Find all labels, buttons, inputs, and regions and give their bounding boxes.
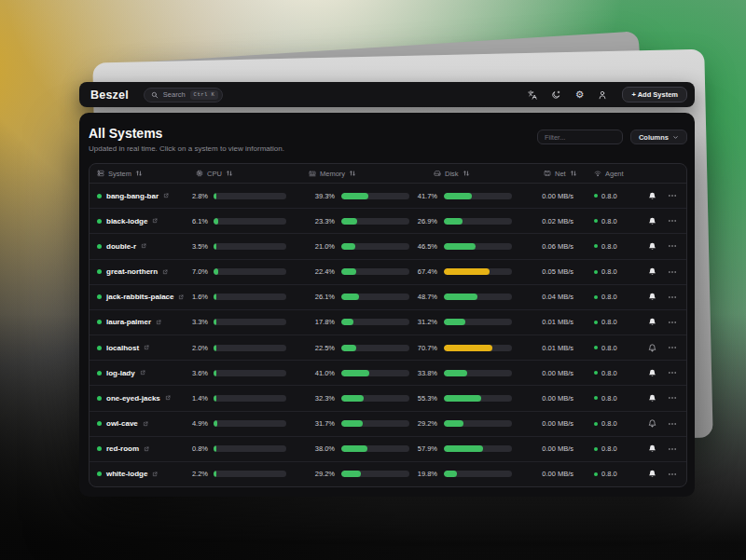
status-dot xyxy=(97,346,102,350)
language-button[interactable] xyxy=(527,89,538,101)
disk-meter xyxy=(444,319,512,325)
column-header-agent[interactable]: Agent xyxy=(579,170,630,178)
agent-status-dot xyxy=(594,244,598,248)
row-actions-menu-button[interactable] xyxy=(668,216,677,225)
cpu-value: 0.8% xyxy=(192,444,208,453)
add-system-button[interactable]: + Add System xyxy=(622,87,687,102)
row-actions-menu-button[interactable] xyxy=(668,318,677,327)
table-row[interactable]: localhost 2.0% 22.5% 70.7% 0.01 MB/s 0.8… xyxy=(90,335,686,360)
row-actions-menu-button[interactable] xyxy=(668,293,677,302)
search-input[interactable]: Search Ctrl K xyxy=(144,88,224,102)
cpu-meter xyxy=(214,268,286,275)
row-actions-menu-button[interactable] xyxy=(668,419,677,429)
memory-meter xyxy=(341,294,409,300)
disk-meter xyxy=(444,243,512,250)
cpu-meter xyxy=(214,345,286,351)
system-name: localhost xyxy=(106,344,139,352)
memory-value: 26.1% xyxy=(315,293,335,301)
table-body: bang-bang-bar 2.8% 39.3% 41.7% 0.00 MB/s… xyxy=(90,184,686,486)
bell-icon[interactable] xyxy=(648,318,656,326)
table-row[interactable]: owl-cave 4.9% 31.7% 29.2% 0.00 MB/s 0.8.… xyxy=(90,411,686,436)
external-link-icon[interactable] xyxy=(141,243,146,249)
bell-icon[interactable] xyxy=(648,470,656,478)
memory-value: 32.3% xyxy=(315,394,335,403)
system-name: white-lodge xyxy=(106,470,147,478)
row-actions-menu-button[interactable] xyxy=(668,470,677,479)
agent-version: 0.8.0 xyxy=(601,394,617,403)
table-row[interactable]: one-eyed-jacks 1.4% 32.3% 55.3% 0.00 MB/… xyxy=(90,385,686,410)
column-header-memory[interactable]: Memory xyxy=(290,170,411,178)
table-row[interactable]: red-room 0.8% 38.0% 57.9% 0.00 MB/s 0.8.… xyxy=(90,436,686,461)
ellipsis-icon xyxy=(668,470,677,479)
bell-icon[interactable] xyxy=(648,419,656,428)
dashboard-panel: All Systems Updated in real time. Click … xyxy=(79,113,695,497)
status-dot xyxy=(97,294,102,299)
external-link-icon[interactable] xyxy=(143,421,148,427)
bell-icon[interactable] xyxy=(648,242,656,251)
row-actions-menu-button[interactable] xyxy=(668,267,677,277)
disk-meter xyxy=(444,294,512,300)
status-dot xyxy=(97,244,102,249)
bell-icon[interactable] xyxy=(648,444,656,453)
table-row[interactable]: black-lodge 6.1% 23.3% 26.9% 0.02 MB/s 0… xyxy=(90,208,686,233)
column-header-system[interactable]: System xyxy=(97,170,183,178)
row-actions-menu-button[interactable] xyxy=(668,241,677,251)
ellipsis-icon xyxy=(668,216,677,225)
row-actions-menu-button[interactable] xyxy=(668,343,677,352)
search-icon xyxy=(151,91,159,99)
memory-value: 17.8% xyxy=(315,318,335,326)
status-dot xyxy=(97,371,102,376)
table-row[interactable]: log-lady 3.6% 41.0% 33.8% 0.00 MB/s 0.8.… xyxy=(90,360,686,385)
column-header-disk[interactable]: Disk xyxy=(411,170,514,178)
external-link-icon[interactable] xyxy=(152,471,158,477)
columns-dropdown-button[interactable]: Columns xyxy=(630,130,687,144)
column-header-net[interactable]: Net xyxy=(514,170,579,178)
bell-icon[interactable] xyxy=(648,369,656,377)
row-actions-menu-button[interactable] xyxy=(668,444,677,454)
agent-status-dot xyxy=(594,219,598,223)
column-header-cpu[interactable]: CPU xyxy=(183,170,290,178)
external-link-icon[interactable] xyxy=(165,395,171,401)
table-row[interactable]: laura-palmer 3.3% 17.8% 31.2% 0.01 MB/s … xyxy=(90,309,686,335)
status-dot xyxy=(97,219,102,224)
external-link-icon[interactable] xyxy=(140,370,145,376)
table-row[interactable]: bang-bang-bar 2.8% 39.3% 41.7% 0.00 MB/s… xyxy=(90,184,686,208)
filter-input[interactable] xyxy=(537,130,623,144)
disk-value: 67.4% xyxy=(418,267,437,276)
memory-value: 38.0% xyxy=(315,444,335,453)
row-actions-menu-button[interactable] xyxy=(668,368,677,377)
bell-icon[interactable] xyxy=(648,217,656,225)
bell-icon[interactable] xyxy=(648,192,656,200)
table-row[interactable]: jack-rabbits-palace 1.6% 26.1% 48.7% 0.0… xyxy=(90,284,686,309)
cpu-value: 3.3% xyxy=(192,318,208,326)
cpu-meter xyxy=(214,243,286,250)
table-row[interactable]: white-lodge 2.2% 29.2% 19.8% 0.00 MB/s 0… xyxy=(90,461,686,486)
row-actions-menu-button[interactable] xyxy=(668,191,677,200)
disk-value: 33.8% xyxy=(418,369,437,377)
bell-icon[interactable] xyxy=(648,344,656,352)
external-link-icon[interactable] xyxy=(162,269,168,275)
agent-status-dot xyxy=(594,194,598,198)
external-link-icon[interactable] xyxy=(144,446,149,452)
bell-icon[interactable] xyxy=(648,293,656,301)
external-link-icon[interactable] xyxy=(163,193,169,198)
settings-button[interactable]: ⚙ xyxy=(573,89,585,101)
row-actions-menu-button[interactable] xyxy=(668,393,677,403)
user-menu-button[interactable] xyxy=(597,89,608,101)
bell-icon[interactable] xyxy=(648,394,656,403)
net-value: 0.00 MB/s xyxy=(542,394,573,403)
bell-icon[interactable] xyxy=(648,267,656,276)
table-row[interactable]: double-r 3.5% 21.0% 46.5% 0.06 MB/s 0.8.… xyxy=(90,233,686,258)
net-value: 0.00 MB/s xyxy=(542,444,573,453)
status-dot xyxy=(97,269,102,274)
external-link-icon[interactable] xyxy=(156,320,161,325)
external-link-icon[interactable] xyxy=(144,345,149,350)
disk-meter xyxy=(444,193,512,199)
external-link-icon[interactable] xyxy=(152,218,158,224)
theme-toggle-button[interactable] xyxy=(550,89,561,101)
net-value: 0.06 MB/s xyxy=(542,242,573,251)
ellipsis-icon xyxy=(668,343,677,352)
table-row[interactable]: great-northern 7.0% 22.4% 67.4% 0.05 MB/… xyxy=(90,259,686,284)
page-title: All Systems xyxy=(89,126,284,141)
net-value: 0.00 MB/s xyxy=(542,192,573,200)
